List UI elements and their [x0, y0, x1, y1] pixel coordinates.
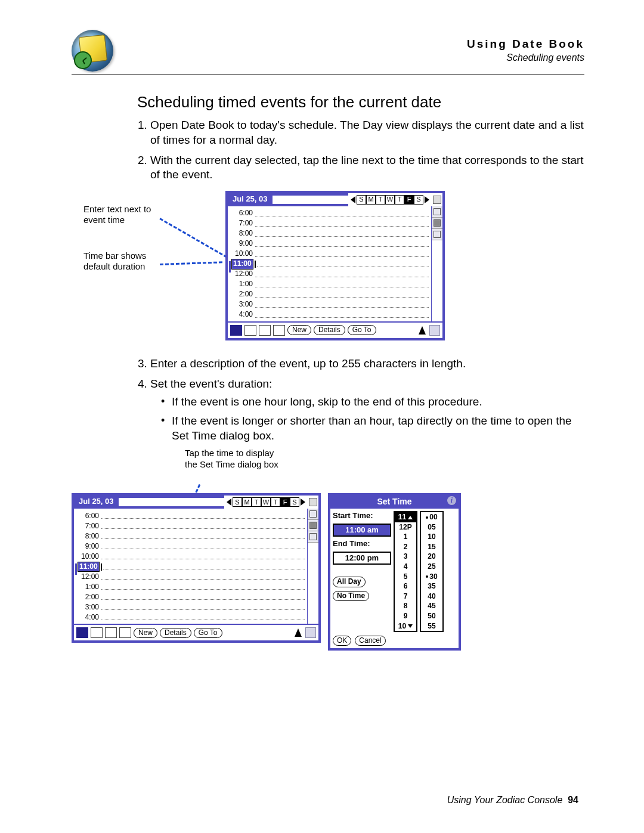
dow-cell[interactable]: W: [385, 195, 395, 205]
day-of-week-picker[interactable]: SMTWTFS: [224, 496, 308, 509]
scroll-up-icon[interactable]: [419, 326, 426, 335]
dow-cell[interactable]: M: [242, 497, 252, 507]
view-month-icon[interactable]: [259, 325, 271, 336]
minute-option[interactable]: 40: [421, 592, 442, 602]
time-row[interactable]: 8:00: [231, 229, 429, 239]
scrollbar[interactable]: [307, 509, 318, 624]
hour-option[interactable]: 3: [395, 552, 416, 562]
hour-option[interactable]: 11: [395, 512, 416, 522]
minute-option[interactable]: 15: [421, 542, 442, 552]
view-week-icon[interactable]: [91, 627, 103, 638]
toolbar-end-icon[interactable]: [305, 627, 316, 638]
view-week-icon[interactable]: [244, 325, 256, 336]
time-row[interactable]: 4:00: [78, 612, 305, 623]
info-icon[interactable]: i: [447, 496, 456, 505]
dow-cell[interactable]: T: [376, 195, 385, 205]
goto-button[interactable]: Go To: [348, 325, 376, 335]
hour-option[interactable]: 4: [395, 562, 416, 572]
time-row[interactable]: 10:00: [231, 249, 429, 259]
time-row[interactable]: 6:00: [231, 209, 429, 219]
hour-option[interactable]: 8: [395, 601, 416, 611]
details-button[interactable]: Details: [160, 628, 191, 638]
view-month-icon[interactable]: [105, 627, 117, 638]
dow-cell[interactable]: S: [414, 195, 423, 205]
time-row[interactable]: 11:00: [231, 259, 429, 270]
toolbar-end-icon[interactable]: [429, 325, 440, 336]
minute-option[interactable]: 00: [421, 512, 442, 522]
all-day-button[interactable]: All Day: [333, 577, 366, 587]
dow-cell[interactable]: M: [366, 195, 376, 205]
time-row[interactable]: 2:00: [231, 290, 429, 300]
day-of-week-picker[interactable]: SMTWTFS: [348, 193, 432, 206]
minute-option[interactable]: 30: [421, 572, 442, 582]
hour-option[interactable]: 1: [395, 532, 416, 542]
time-row[interactable]: 2:00: [78, 592, 305, 602]
time-row[interactable]: 3:00: [231, 300, 429, 310]
new-button[interactable]: New: [134, 628, 157, 638]
dow-cell[interactable]: S: [357, 195, 366, 205]
hour-option[interactable]: 9: [395, 611, 416, 621]
time-row[interactable]: 8:00: [78, 531, 305, 541]
goto-button[interactable]: Go To: [194, 628, 222, 638]
start-time-value[interactable]: 11:00 am: [333, 524, 391, 537]
view-day-icon[interactable]: [230, 325, 242, 336]
hour-option[interactable]: 12P: [395, 522, 416, 532]
dow-cell[interactable]: S: [290, 497, 299, 507]
view-day-icon[interactable]: [76, 627, 88, 638]
minute-option[interactable]: 45: [421, 601, 442, 611]
time-list[interactable]: 6:007:008:009:0010:0011:0012:001:002:003…: [74, 509, 307, 624]
minutes-scroll-list[interactable]: 000510152025303540455055: [420, 511, 444, 632]
hour-option[interactable]: 5: [395, 572, 416, 582]
details-button[interactable]: Details: [314, 325, 345, 335]
scroll-up-icon[interactable]: [295, 628, 302, 637]
time-row[interactable]: 3:00: [78, 602, 305, 612]
time-row[interactable]: 7:00: [78, 521, 305, 531]
chapter-icon-wrap: [72, 30, 124, 72]
corner-button[interactable]: [432, 193, 442, 206]
time-row[interactable]: 10:00: [78, 552, 305, 562]
minute-option[interactable]: 10: [421, 532, 442, 542]
time-row[interactable]: 7:00: [231, 219, 429, 229]
view-agenda-icon[interactable]: [273, 325, 285, 336]
end-time-value[interactable]: 12:00 pm: [333, 552, 391, 565]
dow-cell[interactable]: T: [271, 497, 280, 507]
hour-option[interactable]: 6: [395, 581, 416, 592]
time-row[interactable]: 11:00: [78, 562, 305, 572]
hours-scroll-list[interactable]: 1112P12345678910: [394, 511, 417, 632]
time-row[interactable]: 12:00: [78, 572, 305, 582]
next-week-icon[interactable]: [301, 498, 305, 506]
time-row[interactable]: 6:00: [78, 511, 305, 521]
dow-cell[interactable]: S: [233, 497, 242, 507]
hour-option[interactable]: 7: [395, 592, 416, 602]
minute-option[interactable]: 20: [421, 552, 442, 562]
time-row[interactable]: 12:00: [231, 270, 429, 280]
dow-cell[interactable]: T: [252, 497, 261, 507]
view-agenda-icon[interactable]: [119, 627, 131, 638]
cancel-button[interactable]: Cancel: [355, 636, 385, 646]
prev-week-icon[interactable]: [227, 498, 231, 506]
minute-option[interactable]: 25: [421, 562, 442, 572]
time-row[interactable]: 1:00: [231, 280, 429, 290]
hour-option[interactable]: 2: [395, 542, 416, 552]
next-week-icon[interactable]: [425, 196, 429, 203]
minute-option[interactable]: 50: [421, 611, 442, 621]
minute-option[interactable]: 05: [421, 522, 442, 532]
time-row[interactable]: 9:00: [78, 541, 305, 552]
dow-cell[interactable]: T: [395, 195, 404, 205]
prev-week-icon[interactable]: [351, 196, 355, 203]
ok-button[interactable]: OK: [333, 636, 351, 646]
dow-cell[interactable]: F: [404, 195, 414, 205]
time-row[interactable]: 4:00: [231, 310, 429, 320]
corner-button[interactable]: [308, 496, 318, 509]
no-time-button[interactable]: No Time: [333, 591, 369, 601]
time-row[interactable]: 1:00: [78, 582, 305, 592]
new-button[interactable]: New: [287, 325, 311, 335]
scrollbar[interactable]: [431, 206, 442, 321]
dow-cell[interactable]: F: [280, 497, 290, 507]
minute-option[interactable]: 55: [421, 621, 442, 631]
time-list[interactable]: 6:007:008:009:0010:0011:0012:001:002:003…: [228, 206, 431, 321]
hour-option[interactable]: 10: [395, 621, 416, 631]
dow-cell[interactable]: W: [261, 497, 271, 507]
minute-option[interactable]: 35: [421, 581, 442, 592]
time-row[interactable]: 9:00: [231, 239, 429, 249]
